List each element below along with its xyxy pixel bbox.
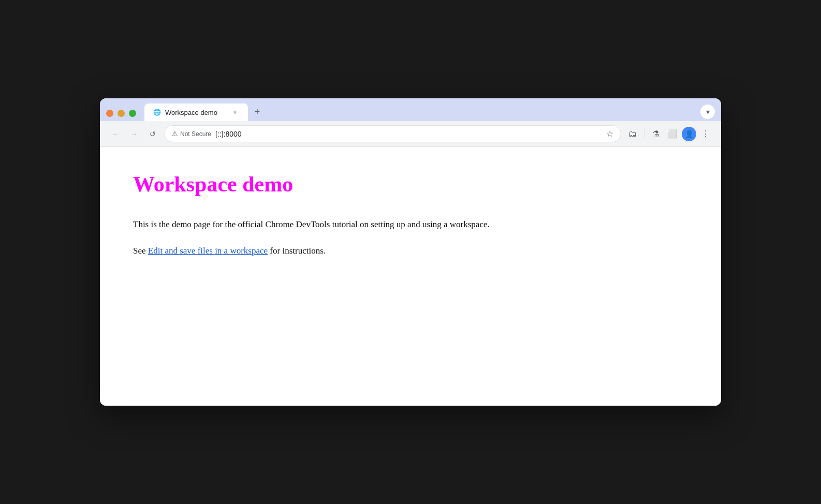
nav-bar: ← → ↺ ⚠ Not Secure [::]:8000 ☆ 🗂 ⚗ ⬜ 👤 ⋮ <box>100 121 721 147</box>
address-bar[interactable]: ⚠ Not Secure [::]:8000 ☆ <box>164 125 621 142</box>
maximize-button[interactable] <box>129 110 136 117</box>
sidebar-button[interactable]: ⬜ <box>665 127 680 141</box>
profile-icon: 👤 <box>685 130 694 138</box>
chrome-menu-button[interactable]: ⋮ <box>698 127 713 141</box>
not-secure-label: Not Secure <box>180 130 211 138</box>
link-suffix: for instructions. <box>268 246 326 256</box>
not-secure-indicator: ⚠ Not Secure <box>172 130 211 138</box>
tab-dropdown-button[interactable]: ▾ <box>700 105 715 119</box>
browser-window: 🌐 Workspace demo × + ▾ ← → ↺ ⚠ Not Secur… <box>100 98 721 406</box>
forward-button[interactable]: → <box>127 127 141 141</box>
back-button[interactable]: ← <box>108 127 123 141</box>
tab-title: Workspace demo <box>165 109 226 116</box>
nav-divider <box>644 129 644 139</box>
extensions-button[interactable]: 🗂 <box>625 127 640 141</box>
tab-bar: 🌐 Workspace demo × + ▾ <box>100 98 721 121</box>
workspace-tutorial-link[interactable]: Edit and save files in a workspace <box>148 246 268 256</box>
tab-favicon-icon: 🌐 <box>153 108 161 116</box>
url-display[interactable]: [::]:8000 <box>215 130 602 138</box>
page-body-text: This is the demo page for the official C… <box>133 217 688 231</box>
minimize-button[interactable] <box>118 110 125 117</box>
bookmark-star-icon[interactable]: ☆ <box>606 129 613 139</box>
new-tab-button[interactable]: + <box>250 105 265 119</box>
profile-button[interactable]: 👤 <box>682 127 696 141</box>
traffic-lights <box>106 110 136 121</box>
active-tab[interactable]: 🌐 Workspace demo × <box>144 103 248 121</box>
link-prefix: See <box>133 246 148 256</box>
devtools-button[interactable]: ⚗ <box>649 127 663 141</box>
warning-icon: ⚠ <box>172 130 178 138</box>
nav-actions: 🗂 ⚗ ⬜ 👤 ⋮ <box>625 127 713 141</box>
close-button[interactable] <box>106 110 113 117</box>
tab-close-button[interactable]: × <box>230 108 240 117</box>
page-heading: Workspace demo <box>133 172 688 197</box>
page-link-line: See Edit and save files in a workspace f… <box>133 244 688 258</box>
reload-button[interactable]: ↺ <box>145 127 160 141</box>
page-content: Workspace demo This is the demo page for… <box>100 147 721 406</box>
